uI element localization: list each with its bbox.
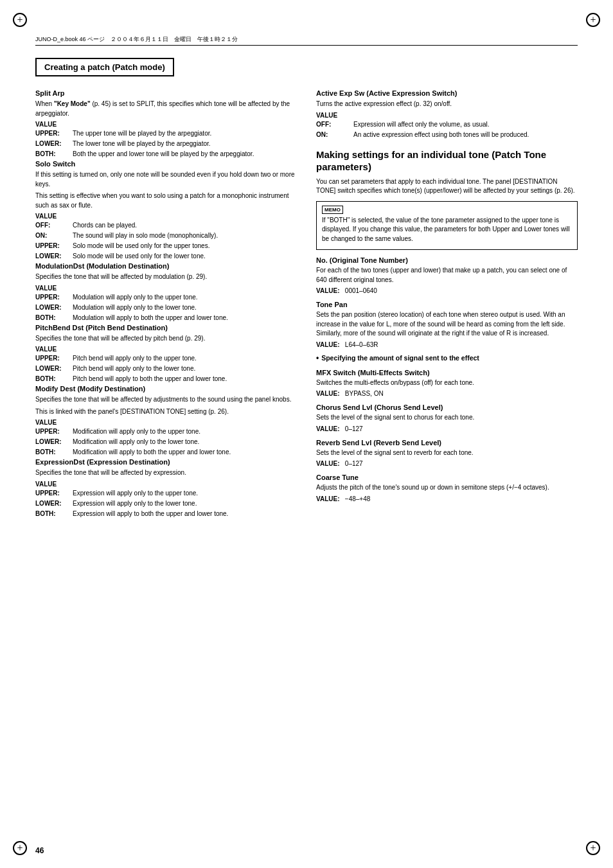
modify-dest-both: BOTH: Modification will apply to both th… [35,448,297,457]
section-modulation-dst: ModulationDst (Modulation Destination) S… [35,262,297,323]
major-section-intro: You can set parameters that apply to eac… [316,177,578,196]
section-making-settings: Making settings for an individual tone (… [316,148,578,502]
modify-dest-body1: Specifies the tone that will be affected… [35,395,297,405]
reverb-send-body: Sets the level of the signal sent to rev… [316,448,578,458]
coarse-tune-title: Coarse Tune [316,474,578,481]
chorus-send-title: Chorus Send Lvl (Chorus Send Level) [316,403,578,411]
corner-mark-tl [13,13,32,32]
section-split-arp: Split Arp When "Key Mode" (p. 45) is set… [35,89,297,159]
active-exp-sw-on: ON: An active expression effect using bo… [316,130,578,139]
split-arp-value-label: VALUE [35,121,297,128]
solo-switch-body2: This setting is effective when you want … [35,191,297,210]
left-column: Split Arp When "Key Mode" (p. 45) is set… [35,89,297,520]
reverb-send-value: VALUE: 0–127 [316,460,578,467]
solo-switch-body1: If this setting is turned on, only one n… [35,170,297,189]
memo-text: If "BOTH" is selected, the value of the … [322,216,572,244]
section-coarse-tune: Coarse Tune Adjusts the pitch of the ton… [316,474,578,502]
section-expression-dst: ExpressionDst (Expression Destination) S… [35,458,297,518]
specifying-signal-heading: Specifying the amount of signal sent to … [316,353,578,362]
top-strip: JUNO-D_e.book 46 ページ ２００４年６月１１日 金曜日 午後１時… [35,35,578,46]
mfx-switch-title: MFX Switch (Multi-Effects Switch) [316,369,578,376]
expression-dst-value-label: VALUE [35,481,297,488]
modify-dest-body2: This is linked with the panel's [DESTINA… [35,407,297,417]
solo-switch-upper: UPPER: Solo mode will be used only for t… [35,242,297,251]
mfx-switch-body: Switches the multi-effects on/bypass (of… [316,378,578,388]
header-text: JUNO-D_e.book 46 ページ ２００４年６月１１日 金曜日 午後１時… [35,35,238,44]
pitchbend-dst-value-label: VALUE [35,346,297,353]
pitchbend-dst-upper: UPPER: Pitch bend will apply only to the… [35,354,297,363]
section-active-exp-sw: Active Exp Sw (Active Expression Switch)… [316,89,578,139]
section-tone-pan: Tone Pan Sets the pan position (stereo l… [316,301,578,348]
section-chorus-send: Chorus Send Lvl (Chorus Send Level) Sets… [316,403,578,432]
modify-dest-title: Modify Dest (Modify Destination) [35,385,297,393]
page-title: Creating a patch (Patch mode) [35,58,174,76]
page-number: 46 [35,846,44,855]
active-exp-sw-value-label: VALUE [316,112,578,119]
modulation-dst-both: BOTH: Modulation will apply to both the … [35,314,297,323]
pitchbend-dst-lower: LOWER: Pitch bend will apply only to the… [35,364,297,373]
coarse-tune-value: VALUE: −48–+48 [316,495,578,502]
main-content: Creating a patch (Patch mode) Split Arp … [35,58,578,829]
pitchbend-dst-both: BOTH: Pitch bend will apply to both the … [35,375,297,384]
solo-switch-value-label: VALUE [35,213,297,220]
coarse-tune-body: Adjusts the pitch of the tone's sound up… [316,483,578,493]
expression-dst-upper: UPPER: Expression will apply only to the… [35,489,297,498]
split-arp-upper: UPPER: The upper tone will be played by … [35,129,297,138]
expression-dst-title: ExpressionDst (Expression Destination) [35,458,297,466]
corner-mark-tr [581,13,600,32]
right-column: Active Exp Sw (Active Expression Switch)… [316,89,578,520]
section-modify-dest: Modify Dest (Modify Destination) Specifi… [35,385,297,457]
no-original-value: VALUE: 0001–0640 [316,287,578,294]
memo-box: MEMO If "BOTH" is selected, the value of… [316,201,578,251]
reverb-send-title: Reverb Send Lvl (Reverb Send Level) [316,439,578,447]
modulation-dst-title: ModulationDst (Modulation Destination) [35,262,297,270]
chorus-send-value: VALUE: 0–127 [316,425,578,432]
active-exp-sw-title: Active Exp Sw (Active Expression Switch) [316,89,578,97]
solo-switch-lower: LOWER: Solo mode will be used only for t… [35,252,297,261]
memo-label: MEMO [322,206,343,214]
chorus-send-body: Sets the level of the signal sent to cho… [316,413,578,423]
expression-dst-body: Specifies the tone that will be affected… [35,468,297,478]
no-original-title: No. (Original Tone Number) [316,256,578,264]
split-arp-title: Split Arp [35,89,297,97]
mfx-switch-value: VALUE: BYPASS, ON [316,390,578,397]
pitchbend-dst-body: Specifies the tone that will be affected… [35,334,297,344]
solo-switch-title: Solo Switch [35,160,297,168]
solo-switch-off: OFF: Chords can be played. [35,221,297,230]
major-section-title: Making settings for an individual tone (… [316,148,578,173]
tone-pan-title: Tone Pan [316,301,578,308]
modify-dest-value-label: VALUE [35,419,297,426]
corner-mark-br [581,836,600,855]
modulation-dst-lower: LOWER: Modulation will apply only to the… [35,303,297,312]
expression-dst-both: BOTH: Expression will apply to both the … [35,509,297,518]
columns-layout: Split Arp When "Key Mode" (p. 45) is set… [35,89,578,520]
no-original-body: For each of the two tones (upper and low… [316,266,578,285]
page: JUNO-D_e.book 46 ページ ２００４年６月１１日 金曜日 午後１時… [0,0,613,868]
pitchbend-dst-title: PitchBend Dst (Pitch Bend Destination) [35,324,297,332]
split-arp-lower: LOWER: The lower tone will be played by … [35,139,297,148]
corner-mark-bl [13,836,32,855]
modulation-dst-value-label: VALUE [35,285,297,292]
section-solo-switch: Solo Switch If this setting is turned on… [35,160,297,261]
split-arp-both: BOTH: Both the upper and lower tone will… [35,150,297,159]
tone-pan-value: VALUE: L64–0–63R [316,341,578,348]
expression-dst-lower: LOWER: Expression will apply only to the… [35,499,297,508]
modulation-dst-body: Specifies the tone that will be affected… [35,272,297,282]
split-arp-body: When "Key Mode" (p. 45) is set to SPLIT,… [35,100,297,118]
section-no-original: No. (Original Tone Number) For each of t… [316,256,578,294]
tone-pan-body: Sets the pan position (stereo location) … [316,310,578,339]
active-exp-sw-off: OFF: Expression will affect only the vol… [316,120,578,129]
modify-dest-upper: UPPER: Modification will apply only to t… [35,427,297,436]
active-exp-sw-body: Turns the active expression effect (p. 3… [316,100,578,109]
section-mfx-switch: MFX Switch (Multi-Effects Switch) Switch… [316,369,578,398]
modulation-dst-upper: UPPER: Modulation will apply only to the… [35,293,297,302]
modify-dest-lower: LOWER: Modification will apply only to t… [35,438,297,447]
section-pitchbend-dst: PitchBend Dst (Pitch Bend Destination) S… [35,324,297,384]
solo-switch-on: ON: The sound will play in solo mode (mo… [35,231,297,240]
section-reverb-send: Reverb Send Lvl (Reverb Send Level) Sets… [316,439,578,468]
